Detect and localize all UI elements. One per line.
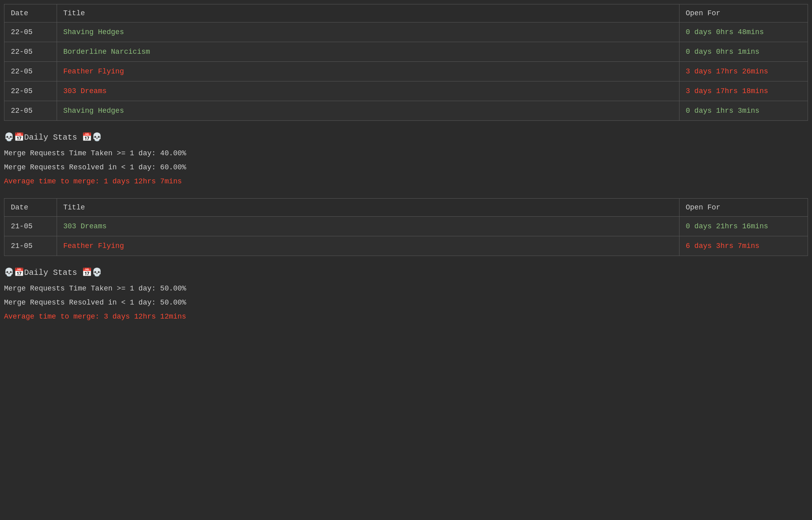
cell-title: Feather Flying [57, 62, 679, 81]
stats-line2-1: Merge Requests Resolved in < 1 day: 60.0… [4, 162, 808, 173]
col-date-1: Date [4, 4, 57, 22]
cell-open-for: 0 days 1hrs 3mins [679, 101, 808, 121]
cell-open-for: 3 days 17hrs 18mins [679, 81, 808, 101]
cell-open-for: 0 days 0hrs 1mins [679, 42, 808, 62]
cell-date: 22-05 [4, 81, 57, 101]
cell-date: 22-05 [4, 42, 57, 62]
cell-open-for: 0 days 0hrs 48mins [679, 22, 808, 42]
cell-title: Shaving Hedges [57, 22, 679, 42]
cell-open-for: 6 days 3hrs 7mins [679, 236, 808, 256]
stats-avg-1: Average time to merge: 1 days 12hrs 7min… [4, 176, 808, 187]
stats-section-1: 💀📅Daily Stats 📅💀 Merge Requests Time Tak… [4, 130, 808, 189]
table-row: 21-05303 Dreams0 days 21hrs 16mins [4, 217, 808, 236]
table-row: 22-05303 Dreams3 days 17hrs 18mins [4, 81, 808, 101]
cell-open-for: 3 days 17hrs 26mins [679, 62, 808, 81]
table-1: Date Title Open For 22-05Shaving Hedges0… [4, 4, 808, 121]
table-2: Date Title Open For 21-05303 Dreams0 day… [4, 198, 808, 256]
col-openfor-1: Open For [679, 4, 808, 22]
cell-open-for: 0 days 21hrs 16mins [679, 217, 808, 236]
cell-date: 22-05 [4, 22, 57, 42]
cell-title: Borderline Narcicism [57, 42, 679, 62]
stats-line1-1: Merge Requests Time Taken >= 1 day: 40.0… [4, 148, 808, 159]
table-row: 22-05Shaving Hedges0 days 1hrs 3mins [4, 101, 808, 121]
col-title-2: Title [57, 199, 679, 217]
cell-title: Shaving Hedges [57, 101, 679, 121]
col-date-2: Date [4, 199, 57, 217]
stats-title-1: 💀📅Daily Stats 📅💀 [4, 132, 808, 142]
stats-section-2: 💀📅Daily Stats 📅💀 Merge Requests Time Tak… [4, 266, 808, 324]
cell-title: 303 Dreams [57, 81, 679, 101]
cell-date: 22-05 [4, 101, 57, 121]
stats-line2-2: Merge Requests Resolved in < 1 day: 50.0… [4, 297, 808, 309]
table-row: 21-05Feather Flying6 days 3hrs 7mins [4, 236, 808, 256]
cell-title: 303 Dreams [57, 217, 679, 236]
cell-date: 21-05 [4, 236, 57, 256]
stats-line1-2: Merge Requests Time Taken >= 1 day: 50.0… [4, 283, 808, 295]
table-row: 22-05Feather Flying3 days 17hrs 26mins [4, 62, 808, 81]
col-openfor-2: Open For [679, 199, 808, 217]
cell-date: 22-05 [4, 62, 57, 81]
cell-date: 21-05 [4, 217, 57, 236]
cell-title: Feather Flying [57, 236, 679, 256]
stats-title-2: 💀📅Daily Stats 📅💀 [4, 267, 808, 277]
col-title-1: Title [57, 4, 679, 22]
table-row: 22-05Borderline Narcicism0 days 0hrs 1mi… [4, 42, 808, 62]
stats-avg-2: Average time to merge: 3 days 12hrs 12mi… [4, 311, 808, 323]
table-row: 22-05Shaving Hedges0 days 0hrs 48mins [4, 22, 808, 42]
